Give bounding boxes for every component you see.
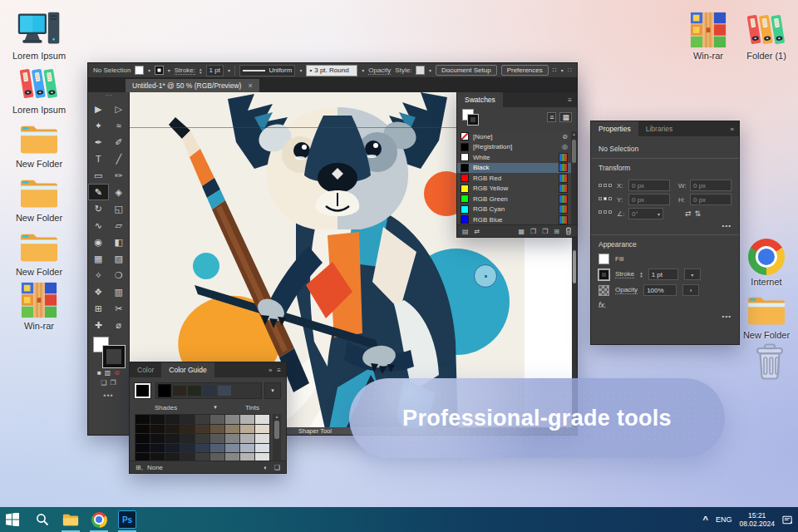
tool-icon[interactable]: ⊞: [88, 300, 109, 317]
variation-swatch[interactable]: [255, 444, 269, 453]
y-field[interactable]: 0 px: [628, 194, 670, 205]
edit-colors-icon[interactable]: ◐: [264, 464, 268, 471]
more-options-icon[interactable]: •••: [598, 222, 732, 229]
swatch-row[interactable]: White: [457, 152, 571, 163]
swatch-color[interactable]: [461, 215, 469, 224]
gradient-mode-icon[interactable]: ▥: [105, 369, 111, 377]
tool-icon[interactable]: ✂: [109, 300, 130, 317]
opacity-label[interactable]: Opacity: [615, 286, 638, 294]
hidden-icons-chevron[interactable]: ^: [703, 515, 708, 525]
more-options-icon[interactable]: •••: [598, 313, 732, 320]
swatch-row[interactable]: RGB Cyan: [457, 204, 571, 215]
tool-icon[interactable]: ✐: [109, 134, 130, 150]
swatch-row[interactable]: RGB Green: [457, 194, 571, 204]
color-mode-icon[interactable]: ■: [97, 369, 101, 377]
desktop-icon-binders2[interactable]: Folder (1): [736, 10, 796, 61]
variation-swatch[interactable]: [165, 434, 180, 443]
variation-swatch[interactable]: [135, 425, 150, 434]
tool-icon[interactable]: ✦: [88, 117, 109, 134]
variation-swatch[interactable]: [255, 415, 269, 424]
start-button[interactable]: [0, 507, 25, 532]
tool-icon[interactable]: ≈: [109, 117, 130, 134]
harmony-swatch[interactable]: [188, 386, 201, 396]
reference-point-control[interactable]: [598, 184, 612, 222]
panel-menu-icon[interactable]: ≡: [277, 367, 281, 374]
stroke-width-field[interactable]: 1 pt: [648, 268, 678, 280]
tab-color-guide[interactable]: Color Guide: [161, 362, 214, 377]
tool-icon[interactable]: ◉: [88, 234, 109, 250]
tool-icon[interactable]: ❍: [109, 267, 130, 283]
swatch-color[interactable]: [461, 174, 469, 182]
fill-stroke-indicator[interactable]: [462, 109, 480, 126]
chevron-down-icon[interactable]: ▾: [168, 67, 170, 73]
tool-icon[interactable]: T: [88, 150, 109, 167]
chevron-down-icon[interactable]: ▾: [362, 67, 364, 73]
swatch-color[interactable]: [461, 164, 469, 172]
tool-icon[interactable]: ◈: [109, 184, 130, 200]
variation-swatch[interactable]: [195, 415, 209, 424]
flip-vertical-icon[interactable]: ⇅: [695, 209, 702, 218]
tool-icon[interactable]: ▨: [109, 250, 130, 267]
tool-icon[interactable]: ✏: [109, 167, 130, 184]
desktop-icon-winrar[interactable]: Win-rar: [9, 280, 69, 331]
tool-icon[interactable]: ⌀: [109, 317, 130, 333]
none-mode-icon[interactable]: ⊘: [114, 369, 120, 377]
language-indicator[interactable]: ENG: [716, 515, 732, 524]
harmony-swatch[interactable]: [203, 386, 216, 396]
tab-color[interactable]: Color: [130, 362, 161, 377]
swatch-scrollbar[interactable]: ▴: [571, 131, 577, 225]
opacity-swatch[interactable]: [598, 285, 609, 296]
desktop-icon-computer[interactable]: Lorem Ipsum: [9, 10, 69, 61]
brush-select[interactable]: •3 pt. Round: [306, 65, 357, 76]
stroke-swatch[interactable]: [155, 66, 164, 75]
variation-swatch[interactable]: [180, 425, 195, 434]
stroke-label[interactable]: Stroke:: [175, 66, 195, 75]
tool-icon[interactable]: ❖: [88, 283, 109, 300]
draw-normal-icon[interactable]: ❏: [101, 379, 106, 387]
harmony-swatch[interactable]: [218, 386, 231, 396]
variation-swatch[interactable]: [180, 415, 195, 424]
fill-swatch[interactable]: [135, 66, 144, 75]
stroke-stepper[interactable]: ▴▾: [200, 67, 202, 74]
variation-swatch[interactable]: [210, 434, 224, 443]
chevron-down-icon[interactable]: ▾: [148, 67, 150, 73]
variation-swatch[interactable]: [240, 434, 254, 443]
tool-icon[interactable]: ✚: [88, 317, 109, 333]
photoshop-taskbar-icon[interactable]: Ps: [115, 507, 140, 532]
tab-libraries[interactable]: Libraries: [638, 121, 681, 136]
swatch-color[interactable]: [461, 153, 469, 161]
desktop-icon-winrar[interactable]: Win-rar: [678, 10, 738, 61]
variation-swatch[interactable]: [150, 444, 165, 453]
limit-colors-icon[interactable]: ⊞,: [135, 464, 143, 471]
variation-swatch[interactable]: [165, 425, 180, 434]
tool-icon[interactable]: ◧: [109, 234, 130, 250]
chevron-down-icon[interactable]: ▾: [429, 67, 431, 73]
chevron-down-icon[interactable]: ▾: [228, 67, 230, 73]
tool-icon[interactable]: ▥: [109, 283, 130, 300]
angle-field[interactable]: 0°▾: [628, 208, 663, 219]
desktop-icon-binders[interactable]: Lorem Ipsum: [9, 64, 69, 115]
harmony-swatch[interactable]: [158, 384, 171, 397]
stroke-width-field[interactable]: 1 pt: [206, 65, 224, 76]
delete-swatch-icon[interactable]: [565, 227, 572, 235]
tool-icon[interactable]: ✧: [88, 267, 109, 283]
desktop-icon-folder[interactable]: New Folder: [736, 289, 796, 340]
variation-swatch[interactable]: [135, 444, 150, 453]
search-icon[interactable]: [30, 507, 55, 532]
opacity-field[interactable]: 100%: [643, 284, 677, 296]
tool-icon[interactable]: ✎: [88, 184, 109, 200]
variation-swatch[interactable]: [240, 425, 254, 434]
desktop-icon-trash[interactable]: [740, 342, 798, 383]
tool-icon[interactable]: ▷: [109, 101, 130, 117]
chrome-taskbar-icon[interactable]: [86, 507, 111, 532]
tool-icon[interactable]: ↻: [88, 200, 109, 217]
chevron-down-icon[interactable]: ▾: [214, 404, 217, 411]
desktop-icon-folder[interactable]: New Folder: [9, 118, 69, 169]
screen-mode-icon[interactable]: ❐: [111, 379, 116, 387]
opacity-label[interactable]: Opacity: [368, 66, 391, 75]
document-setup-button[interactable]: Document Setup: [436, 65, 497, 76]
variation-swatch[interactable]: [180, 444, 195, 453]
tool-icon[interactable]: ▶: [88, 101, 109, 117]
variation-swatch[interactable]: [150, 434, 165, 443]
notification-icon[interactable]: [782, 515, 793, 525]
